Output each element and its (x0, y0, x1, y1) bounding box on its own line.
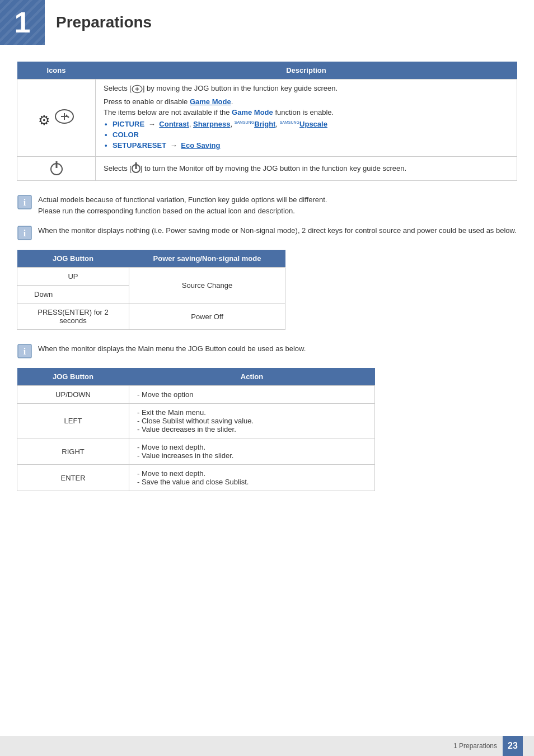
chapter-number-block: 1 (0, 0, 45, 45)
note-text-1: Actual models because of functional vari… (38, 194, 327, 216)
table-row: UP/DOWN - Move the option (17, 386, 375, 404)
contrast-label: Contrast (159, 120, 189, 128)
chapter-number: 1 (15, 6, 31, 39)
note-block-2: i When the monitor displays nothing (i.e… (17, 225, 517, 241)
note-text-2: When the monitor displays nothing (i.e. … (38, 225, 517, 236)
jog2-right-action: - Move to next depth. - Value increases … (129, 438, 375, 465)
note-block-1: i Actual models because of functional va… (17, 194, 517, 216)
note-block-3: i When the monitor displays the Main men… (17, 343, 517, 359)
samsung-sup1: SAMSUNG (235, 120, 254, 124)
inline-gamepad-icon (132, 84, 143, 94)
gamepad-description-cell: Selects [] by moving the JOG button in t… (96, 80, 517, 157)
page-footer: 1 Preparations 23 (0, 736, 534, 756)
game-mode-link1: Game Mode (190, 97, 231, 106)
icons-col-header: Icons (17, 62, 96, 80)
svg-text:i: i (24, 347, 26, 356)
table-row: ENTER - Move to next depth. - Save the v… (17, 465, 375, 491)
gamepad-svg (54, 108, 74, 125)
svg-point-4 (67, 116, 69, 118)
power-desc-text: Selects [ (104, 164, 132, 172)
bullet-item-setup: SETUP&RESET → Eco Saving (104, 141, 509, 150)
magic-upscale-label: Upscale (299, 120, 327, 128)
table-row: LEFT - Exit the Main menu. - Close Subli… (17, 404, 375, 438)
footer-label: 1 Preparations (453, 742, 497, 750)
jog-row3-action: Power Off (129, 304, 285, 330)
jog-source-change: Source Change (129, 268, 285, 304)
bullet-list: PICTURE → Contrast, Sharpness, SAMSUNGBr… (104, 120, 509, 150)
jog-table-2: JOG Button Action UP/DOWN - Move the opt… (17, 368, 375, 491)
svg-text:i: i (24, 198, 26, 207)
jog2-col2-header: Action (129, 368, 375, 386)
jog2-right-button: RIGHT (17, 438, 129, 465)
arrow2: → (170, 141, 177, 150)
table-row: Selects [] to turn the Monitor off by mo… (17, 157, 517, 181)
note-icon-1: i (17, 194, 32, 210)
jog-col1-header: JOG Button (17, 250, 129, 268)
page-number: 23 (503, 736, 523, 756)
page-header: 1 Preparations (0, 0, 534, 45)
main-content: Icons Description ⚙ (0, 62, 534, 538)
svg-point-3 (65, 114, 67, 116)
bullet-item-picture: PICTURE → Contrast, Sharpness, SAMSUNGBr… (104, 120, 509, 128)
page-title: Preparations (45, 0, 152, 45)
power-icon (50, 163, 63, 175)
arrow1: → (148, 120, 156, 128)
gamepad-icon-cell: ⚙ (17, 80, 96, 157)
picture-label: PICTURE (113, 120, 144, 128)
table-row: ⚙ Selects [] by moving the JOG button in… (17, 80, 517, 157)
jog2-updown-action: - Move the option (129, 386, 375, 404)
bullet-item-color: COLOR (104, 130, 509, 139)
jog-row1-button: UP (17, 268, 129, 286)
note-text-3: When the monitor displays the Main menu … (38, 343, 306, 354)
note1-line1: Actual models because of functional vari… (38, 195, 327, 204)
table-row: PRESS(ENTER) for 2 seconds Power Off (17, 304, 285, 330)
magic-bright-label: Bright (254, 120, 275, 128)
eco-saving-label: Eco Saving (181, 141, 220, 150)
jog2-left-button: LEFT (17, 404, 129, 438)
sharpness-label: Sharpness (193, 120, 230, 128)
note-icon-3: i (17, 343, 32, 359)
note-icon-2: i (17, 225, 32, 241)
icons-table: Icons Description ⚙ (17, 62, 517, 181)
jog-table-1: JOG Button Power saving/Non-signal mode … (17, 250, 285, 330)
power-icon-cell (17, 157, 96, 181)
gamepad-icon: ⚙ (38, 108, 74, 128)
jog2-col1-header: JOG Button (17, 368, 129, 386)
desc-line3: The items below are not available if the… (104, 108, 509, 116)
samsung-sup2: SAMSUNG (280, 120, 299, 124)
table-row: UP Source Change (17, 268, 285, 286)
inline-power-icon (132, 164, 140, 173)
note1-line2: Please run the corresponding function ba… (38, 207, 295, 215)
jog-row2-button: Down (17, 286, 129, 304)
jog-row3-button: PRESS(ENTER) for 2 seconds (17, 304, 129, 330)
jog2-upddown-button: UP/DOWN (17, 386, 129, 404)
setup-label: SETUP&RESET (113, 141, 166, 150)
power-description-cell: Selects [] to turn the Monitor off by mo… (96, 157, 517, 181)
jog2-enter-button: ENTER (17, 465, 129, 491)
svg-text:i: i (24, 228, 26, 238)
jog2-enter-action: - Move to next depth. - Save the value a… (129, 465, 375, 491)
description-col-header: Description (96, 62, 517, 80)
jog-col2-header: Power saving/Non-signal mode (129, 250, 285, 268)
desc-line1: Selects [] by moving the JOG button in t… (104, 84, 509, 94)
jog2-left-action: - Exit the Main menu. - Close Sublist wi… (129, 404, 375, 438)
game-mode-bold: Game Mode (232, 108, 273, 116)
table-row: RIGHT - Move to next depth. - Value incr… (17, 438, 375, 465)
desc-line2: Press to enable or disable Game Mode. (104, 97, 509, 106)
color-label: COLOR (113, 130, 139, 139)
